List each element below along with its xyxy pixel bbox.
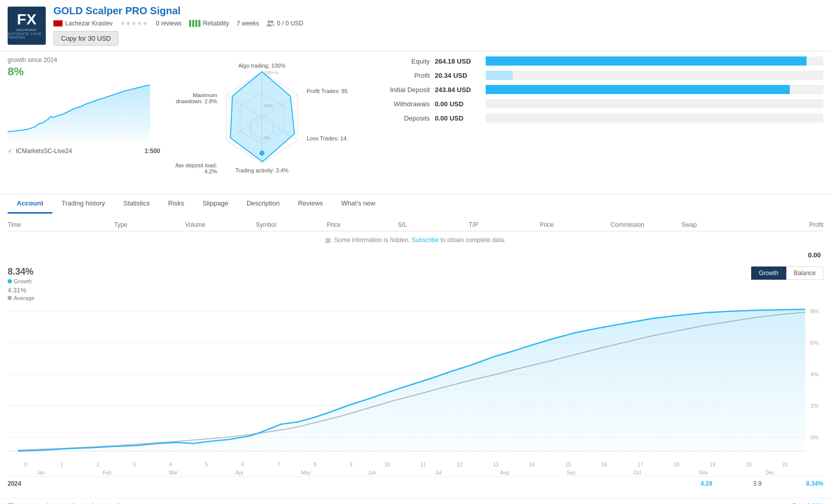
x-month-jul: Jul — [405, 470, 471, 476]
svg-text:Profit Trades: 85.7%: Profit Trades: 85.7% — [307, 88, 348, 94]
big-chart-container: 8% 6% 4% 2% 0% — [8, 306, 823, 460]
svg-text:0%: 0% — [264, 135, 271, 140]
x-num-7: 7 — [261, 462, 297, 467]
svg-text:6%: 6% — [811, 340, 819, 346]
broker-name: ICMarketsSC-Live24 — [16, 147, 72, 155]
author-name: Lachezar Krastev — [65, 20, 112, 27]
x-month-aug: Aug — [471, 470, 538, 476]
hidden-info: Some information is hidden. Subscribe to… — [8, 231, 823, 249]
col-volume: Volume — [185, 221, 256, 228]
svg-text:Trading activity: 3.4%: Trading activity: 3.4% — [235, 167, 289, 173]
tab-whats-new[interactable]: What's new — [332, 194, 384, 214]
logo-automater-text: automater — [16, 28, 37, 32]
profit-value: 20.34 USD — [435, 72, 486, 79]
total-value: 0.00 — [808, 251, 821, 259]
year-oct-value: 3.9 — [732, 480, 783, 487]
chart-info: ✓ ICMarketsSC-Live24 1:500 — [8, 147, 160, 155]
profit-bar-container — [486, 71, 823, 80]
growth-chart-header: 8.34% Growth 4.31% Average Growth Balanc… — [8, 266, 823, 301]
mini-chart-svg — [8, 81, 150, 142]
tab-trading-history[interactable]: Trading history — [52, 194, 114, 214]
table-header: Time Type Volume Symbol Price S/L T/P Pr… — [8, 219, 823, 231]
initial-deposit-bar-container — [486, 85, 823, 94]
svg-text:drawdown: 2.8%: drawdown: 2.8% — [176, 98, 218, 104]
signal-meta: Lachezar Krastev ★★★★★ 0 reviews Reliabi… — [53, 20, 823, 27]
svg-text:8%: 8% — [811, 308, 819, 314]
x-month-apr: Apr — [206, 470, 273, 476]
tab-slippage[interactable]: Slippage — [193, 194, 238, 214]
copy-button[interactable]: Copy for 30 USD — [53, 31, 118, 46]
x-month-jun: Jun — [339, 470, 405, 476]
tab-description[interactable]: Description — [238, 194, 289, 214]
tab-risks[interactable]: Risks — [159, 194, 194, 214]
avg-value: 4.31% — [8, 286, 35, 294]
growth-legend: Growth — [8, 278, 32, 284]
growth-legend-label: Growth — [14, 278, 32, 284]
balance-button[interactable]: Balance — [786, 266, 823, 280]
hidden-icon — [325, 238, 331, 243]
reliability-bars — [189, 20, 200, 27]
x-num-0: 0 — [8, 462, 44, 467]
deposits-label: Deposits — [364, 114, 435, 122]
x-num-19: 19 — [695, 462, 731, 467]
equity-bar — [486, 56, 807, 66]
year-label: 2024 — [8, 480, 33, 487]
x-axis-months: Jan Feb Mar Apr May Jun Jul Aug Sep Oct … — [8, 469, 803, 477]
col-sl: S/L — [398, 221, 468, 228]
tabs: Account Trading history Statistics Risks… — [8, 194, 823, 214]
svg-text:2%: 2% — [811, 403, 819, 409]
country-flag — [53, 20, 63, 26]
x-month-feb: Feb — [74, 470, 140, 476]
svg-text:Algo trading: 100%: Algo trading: 100% — [239, 63, 286, 69]
svg-text:0%: 0% — [811, 434, 819, 440]
users-count: 0 / 0 USD — [277, 20, 303, 27]
subscribe-link[interactable]: Subscribe — [411, 236, 438, 244]
reliability-section: Reliability — [189, 20, 229, 27]
logo-tagline: AUTOMATE YOUR TRADING — [8, 32, 46, 39]
x-axis-numbers: 0 1 2 3 4 5 6 7 8 9 10 11 12 13 14 15 16… — [8, 460, 803, 469]
x-num-5: 5 — [188, 462, 224, 467]
x-num-11: 11 — [405, 462, 441, 467]
svg-text:100+%: 100+% — [264, 70, 278, 75]
avg-dot — [8, 296, 12, 300]
x-num-12: 12 — [441, 462, 478, 467]
withdrawals-label: Withdrawals — [364, 100, 435, 108]
avg-legend-label: Average — [14, 295, 35, 301]
growth-chart-section: 8.34% Growth 4.31% Average Growth Balanc… — [0, 259, 831, 498]
x-num-18: 18 — [659, 462, 695, 467]
svg-point-9 — [259, 151, 264, 156]
col-profit: Profit — [753, 221, 823, 228]
svg-text:4.2%: 4.2% — [204, 168, 217, 174]
svg-text:Maximum: Maximum — [193, 92, 217, 98]
x-month-oct: Oct — [604, 470, 670, 476]
withdrawals-bar-container — [486, 99, 823, 108]
deposits-row: Deposits 0.00 USD — [364, 113, 823, 123]
x-num-15: 15 — [550, 462, 586, 467]
x-month-nov: Nov — [670, 470, 736, 476]
main-content: growth since 2024 8% ✓ ICMarketsSC-Live2… — [0, 51, 831, 194]
logo-fx-text: FX — [17, 12, 36, 27]
growth-button[interactable]: Growth — [751, 266, 786, 280]
growth-since-label: growth since 2024 — [8, 56, 160, 64]
svg-text:Max deposit load:: Max deposit load: — [175, 162, 217, 168]
stats-section: Equity 264.18 USD Profit 20.34 USD Initi… — [364, 56, 823, 189]
chart-buttons: Growth Balance — [751, 266, 823, 280]
shield-icon: ✓ — [8, 147, 13, 155]
deposits-bar-container — [486, 113, 823, 123]
tab-reviews[interactable]: Reviews — [289, 194, 332, 214]
stars-rating: ★★★★★ — [120, 20, 148, 27]
tab-statistics[interactable]: Statistics — [114, 194, 159, 214]
footer: How is the Growth in Signals Calculated?… — [0, 498, 831, 504]
col-time: Time — [8, 221, 114, 228]
growth-dot — [8, 279, 12, 283]
weeks-value: 7 — [236, 20, 240, 27]
x-num-20: 20 — [731, 462, 767, 467]
initial-deposit-row: Initial Deposit 243.84 USD — [364, 85, 823, 94]
profit-total: 0.00 — [8, 249, 823, 259]
x-num-13: 13 — [478, 462, 514, 467]
reliability-label: Reliability — [203, 20, 229, 27]
profit-bar — [486, 71, 513, 80]
svg-text:4%: 4% — [811, 371, 819, 377]
x-num-14: 14 — [514, 462, 550, 467]
tab-account[interactable]: Account — [8, 194, 52, 214]
